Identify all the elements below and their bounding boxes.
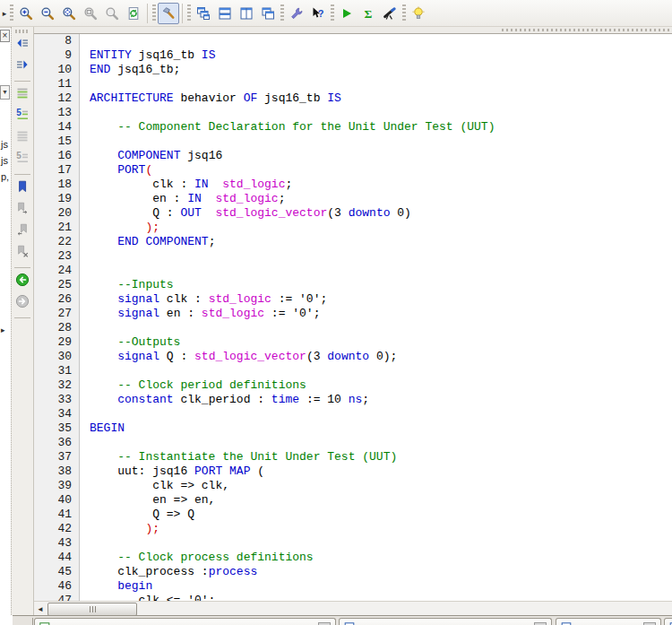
code-line[interactable]: COMPONENT jsq16 [80,149,672,163]
code-token-p: uut: jsq16 [90,464,194,478]
shift-left-button[interactable] [13,35,32,55]
tile-vertical-button[interactable] [236,3,257,24]
code-line[interactable]: signal en : std_logic := '0'; [80,307,672,321]
code-line[interactable]: ENTITY jsq16_tb IS [80,48,672,63]
code-line[interactable]: --Inputs [80,278,672,292]
code-token-p: 0); [369,350,397,363]
code-token-p: jsq16 [180,149,222,162]
code-line[interactable]: ARCHITECTURE behavior OF jsq16_tb IS [80,91,672,106]
tab-close-button[interactable] [643,622,656,625]
code-line[interactable] [80,407,672,421]
code-token-c: -- Clock process definitions [90,551,314,564]
telescope-button[interactable] [379,3,401,24]
code-line[interactable]: END jsq16_tb; [80,63,672,77]
clear-bookmarks-icon [15,244,30,262]
next-bookmark-icon [15,201,30,219]
chevron-down-icon[interactable]: ▼ [0,85,10,100]
line-number: 39 [34,479,79,493]
code-line[interactable]: BEGIN [80,421,672,436]
code-line[interactable]: Q => Q [80,508,672,522]
code-line[interactable]: signal clk : std_logic := '0'; [80,292,672,307]
code-line[interactable] [80,321,672,335]
code-line[interactable] [80,34,672,48]
code-token-k: begin [117,579,152,593]
code-line[interactable]: signal Q : std_logic_vector(3 downto 0); [80,350,672,364]
code-line[interactable]: PORT( [80,163,672,178]
code-token-p: ; [362,393,369,406]
code-line[interactable] [80,135,672,149]
tab-close-button[interactable] [534,622,547,625]
code-line[interactable]: -- Clock process definitions [80,551,672,565]
lines-highlight-button[interactable] [13,85,32,105]
sigma-button[interactable]: Σ [358,3,379,24]
tile-vertical-icon [239,6,254,21]
code-line[interactable]: ); [80,522,672,536]
code-token-p: jsq16_tb [132,48,202,62]
line-number: 8 [34,34,79,48]
scroll-left-button[interactable]: ◄ [34,603,47,615]
cascade-windows-button[interactable] [193,3,214,24]
code-token-k: COMPONENT [145,235,208,248]
zoom-in-button[interactable] [15,3,37,24]
panel-close-button[interactable]: × [0,30,10,42]
tab-close-button[interactable] [318,622,331,625]
document-tab[interactable] [664,618,672,625]
code-line[interactable]: en => en, [80,493,672,508]
wrench-button[interactable] [286,3,307,24]
toolbar-grip-icon [152,4,156,22]
main-toolbar: ▸ ?Σ [0,0,672,27]
code-line[interactable]: Q : OUT std_logic_vector(3 downto 0) [80,206,672,221]
code-editor[interactable]: 8910111213141516171819202122232425262728… [34,33,672,601]
run-button[interactable] [336,3,358,24]
code-line[interactable] [80,106,672,120]
code-line[interactable]: ); [80,221,672,235]
code-line[interactable]: -- Component Declaration for the Unit Un… [80,120,672,135]
code-pane[interactable]: ENTITY jsq16_tb ISEND jsq16_tb;ARCHITECT… [80,34,672,601]
code-line[interactable] [80,264,672,278]
line-number: 30 [34,350,79,364]
toolbar-separator [182,4,183,23]
code-token-p: (3 [327,206,348,220]
code-line[interactable]: clk_process :process [80,565,672,579]
code-token-p: clk => clk, [90,479,229,492]
code-line[interactable] [80,364,672,378]
help-pointer-button[interactable]: ? [307,3,329,24]
line-number: 17 [34,163,79,178]
layer-windows-button[interactable] [257,3,279,24]
code-line[interactable]: -- Instantiate the Unit Under Test (UUT) [80,450,672,464]
refresh-button[interactable] [123,3,144,24]
horizontal-scrollbar[interactable]: ◄ [34,601,672,615]
scrollbar-thumb[interactable] [47,603,137,616]
code-token-c: -- Component Declaration for the Unit Un… [90,120,495,134]
goto-line-button[interactable]: 5 [13,107,32,126]
code-line[interactable]: -- Clock period definitions [80,378,672,393]
code-line[interactable]: en : IN std_logic; [80,192,672,206]
zoom-full-button[interactable] [58,3,80,24]
line-number: 10 [34,63,79,77]
code-line[interactable] [80,436,672,450]
code-line[interactable]: constant clk_period : time := 10 ns; [80,393,672,407]
lightbulb-button[interactable] [408,3,429,24]
document-tab[interactable]: ...of Enthald... [556,618,661,625]
code-line[interactable]: END COMPONENT; [80,235,672,249]
code-line[interactable] [80,536,672,551]
code-line[interactable]: clk <= '0'; [80,594,672,601]
code-line[interactable] [80,249,672,264]
tile-horizontal-button[interactable] [214,3,236,24]
code-line[interactable]: --Outputs [80,335,672,350]
code-line[interactable]: begin [80,579,672,594]
zoom-out-button[interactable] [37,3,58,24]
code-token-p: behavior [174,91,244,105]
code-line[interactable]: uut: jsq16 PORT MAP ( [80,464,672,479]
navigate-back-button[interactable] [13,272,32,291]
check-syntax-button[interactable] [158,3,179,24]
document-tab[interactable]: ...of Enable... [339,618,552,625]
shift-right-button[interactable] [13,56,32,76]
code-line[interactable]: clk => clk, [80,479,672,493]
code-line[interactable]: clk : IN std_logic; [80,178,672,192]
clipped-tree-label: js [1,139,8,150]
code-token-k: PORT [194,464,222,478]
toggle-bookmark-button[interactable] [13,178,32,198]
document-tab[interactable]: ΣDesign Summary [34,618,336,625]
code-line[interactable] [80,77,672,91]
